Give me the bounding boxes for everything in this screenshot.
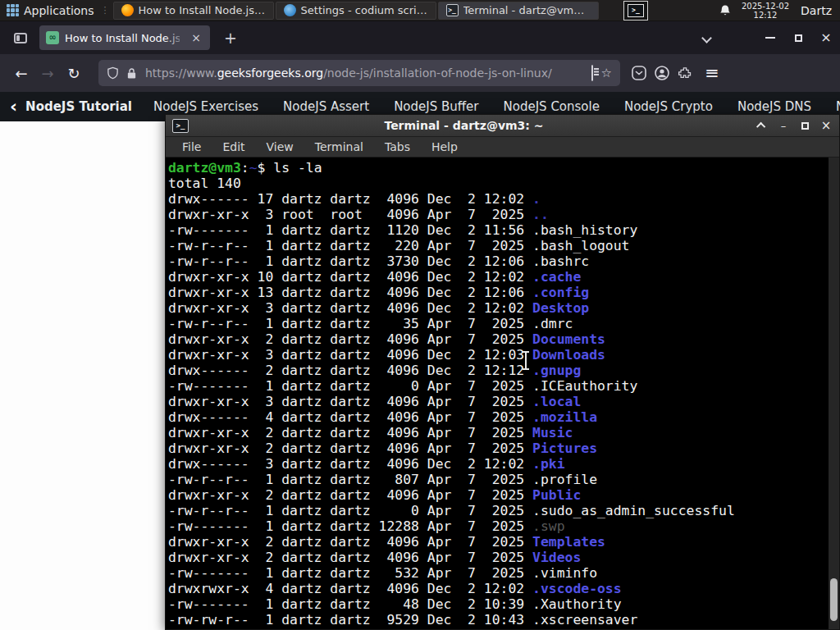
terminal-window: >_ Terminal - dartz@vm3: ~ – × FileEditV… — [165, 114, 840, 630]
terminal-output-line: drwxr-xr-x 2 dartz dartz 4096 Apr 7 2025… — [168, 425, 838, 441]
tracking-shield-icon[interactable] — [107, 66, 119, 80]
subnav-scroll-left[interactable]: ‹ — [10, 96, 17, 116]
panel-clock[interactable]: 2025-12-02 12:12 — [742, 2, 789, 20]
terminal-close-button[interactable]: × — [819, 119, 833, 132]
terminal-output-line: drwxr-xr-x 3 dartz dartz 4096 Dec 2 12:0… — [168, 300, 838, 316]
terminal-minimize-button[interactable]: – — [777, 119, 790, 132]
mouse-cursor-ibeam — [522, 351, 530, 370]
chevron-up-icon — [756, 122, 765, 131]
user-menu[interactable]: Dartz — [801, 4, 832, 17]
terminal-output-line: -rw------- 1 dartz dartz 48 Dec 2 10:39 … — [168, 596, 838, 612]
terminal-output-line: drwxr-xr-x 3 dartz dartz 4096 Apr 7 2025… — [168, 394, 838, 409]
extensions-puzzle-button[interactable] — [676, 64, 694, 82]
terminal-output-line: drwxrwxr-x 4 dartz dartz 4096 Dec 2 12:0… — [168, 581, 838, 596]
terminal-output-line: drwxr-xr-x 3 dartz dartz 4096 Dec 2 12:0… — [168, 347, 838, 363]
browser-tab[interactable]: ∞ How to Install Node.js on × — [39, 25, 210, 50]
url-path: /node-js/installation-of-node-js-on-linu… — [323, 66, 552, 80]
terminal-content[interactable]: dartz@vm3:~$ ls -latotal 140drwx------ 1… — [166, 158, 839, 629]
terminal-menu-tabs[interactable]: Tabs — [385, 140, 410, 153]
terminal-titlebar[interactable]: >_ Terminal - dartz@vm3: ~ – × — [166, 115, 839, 137]
app-menu-button[interactable]: ≡ — [699, 60, 725, 86]
terminal-output-line: -rw-r--r-- 1 dartz dartz 807 Apr 7 2025 … — [168, 472, 838, 487]
terminal-output-line: drwxr-xr-x 2 dartz dartz 4096 Apr 7 2025… — [168, 441, 838, 456]
subnav-link[interactable]: NodeJS Buffer — [394, 99, 478, 114]
subnav-link[interactable]: NodeJS DNS — [737, 99, 811, 114]
taskbar: How to Install Node.js o...Settings - co… — [112, 2, 600, 20]
pocket-button[interactable] — [630, 64, 648, 82]
terminal-menu-help[interactable]: Help — [431, 140, 458, 153]
taskbar-button-terminal[interactable]: >_Terminal - dartz@vm3: ~ — [438, 2, 599, 20]
maximize-icon — [795, 34, 802, 42]
site-favicon: ∞ — [46, 31, 59, 44]
minimize-icon — [765, 37, 775, 39]
terminal-output-line: drwx------ 4 dartz dartz 4096 Apr 7 2025… — [168, 409, 838, 425]
subnav-link[interactable]: NodeJS Console — [504, 99, 600, 114]
tray-terminal-icon[interactable]: >_ — [623, 1, 648, 21]
terminal-output: dartz@vm3:~$ ls -latotal 140drwx------ 1… — [166, 158, 839, 628]
terminal-output-line: drwxr-xr-x 2 dartz dartz 4096 Apr 7 2025… — [168, 550, 838, 565]
bookmark-star-button[interactable]: ☆ — [601, 66, 612, 80]
tab-bar: ∞ How to Install Node.js on × + × — [0, 21, 840, 54]
firefox-view-button[interactable] — [8, 27, 33, 48]
url-bar[interactable]: https://www.geeksforgeeks.org/node-js/in… — [98, 60, 620, 86]
reader-mode-icon — [591, 65, 593, 81]
taskbar-button-firefox[interactable]: How to Install Node.js o... — [113, 2, 274, 20]
terminal-title: Terminal - dartz@vm3: ~ — [172, 119, 756, 132]
terminal-output-line: drwx------ 3 dartz dartz 4096 Dec 2 12:0… — [168, 456, 838, 472]
tab-close-button[interactable]: × — [189, 31, 203, 44]
taskbar-button-label: Settings - codium script... — [301, 4, 428, 16]
list-all-tabs-button[interactable] — [692, 25, 720, 50]
back-button[interactable]: ← — [8, 60, 34, 86]
applications-menu-button[interactable]: Applications — [0, 0, 101, 21]
terminal-output-line: drwxr-xr-x 2 dartz dartz 4096 Apr 7 2025… — [168, 331, 838, 347]
terminal-output-line: total 140 — [168, 176, 838, 191]
terminal-icon: >_ — [446, 4, 459, 16]
terminal-output-line: drwxr-xr-x 2 dartz dartz 4096 Apr 7 2025… — [168, 534, 838, 550]
terminal-maximize-button[interactable] — [798, 119, 811, 132]
terminal-output-line: -rw------- 1 dartz dartz 532 Apr 7 2025 … — [168, 565, 838, 581]
reader-mode-button[interactable] — [591, 66, 593, 80]
terminal-scrollbar[interactable] — [829, 158, 839, 629]
terminal-output-line: drwx------ 17 dartz dartz 4096 Dec 2 12:… — [168, 191, 838, 207]
terminal-output-line: -rw-rw-r-- 1 dartz dartz 9529 Dec 2 10:4… — [168, 612, 838, 628]
subnav-link-truncated[interactable]: Node — [836, 99, 840, 114]
applications-icon — [7, 4, 19, 16]
navigation-toolbar: ← → ↻ https://www.geeksforgeeks.org/node… — [0, 54, 840, 92]
terminal-output-line: -rw------- 1 dartz dartz 1120 Dec 2 11:5… — [168, 222, 838, 238]
top-panel: Applications ⋮ How to Install Node.js o.… — [0, 0, 840, 21]
window-minimize-button[interactable] — [756, 25, 784, 50]
terminal-menu-terminal[interactable]: Terminal — [315, 140, 363, 153]
reload-button[interactable]: ↻ — [61, 60, 87, 86]
subnav-link[interactable]: NodeJS Crypto — [624, 99, 713, 114]
terminal-output-line: -rw-r--r-- 1 dartz dartz 3730 Dec 2 12:0… — [168, 253, 838, 269]
terminal-output-line: drwxr-xr-x 3 root root 4096 Apr 7 2025 .… — [168, 207, 838, 222]
maximize-icon — [801, 122, 809, 130]
terminal-menu-view[interactable]: View — [267, 140, 294, 153]
applications-label: Applications — [24, 4, 94, 17]
taskbar-button-codium[interactable]: Settings - codium script... — [276, 2, 436, 20]
subnav-link[interactable]: NodeJS Assert — [283, 99, 369, 114]
window-maximize-button[interactable] — [784, 25, 812, 50]
tab-title: How to Install Node.js on — [65, 32, 180, 44]
lock-icon[interactable] — [126, 67, 137, 80]
terminal-menu-file[interactable]: File — [182, 140, 201, 153]
terminal-menubar: FileEditViewTerminalTabsHelp — [166, 137, 839, 158]
notification-bell-icon[interactable] — [719, 4, 732, 17]
window-close-button[interactable]: × — [812, 25, 840, 50]
terminal-scrollbar-thumb[interactable] — [830, 578, 838, 621]
account-button[interactable] — [653, 64, 671, 82]
new-tab-button[interactable]: + — [220, 29, 241, 47]
clock-time: 12:12 — [742, 11, 789, 20]
terminal-output-line: -rw------- 1 dartz dartz 12288 Apr 7 202… — [168, 518, 838, 534]
desktop: Applications ⋮ How to Install Node.js o.… — [0, 0, 840, 630]
clock-date: 2025-12-02 — [742, 2, 789, 11]
terminal-shade-button[interactable] — [756, 119, 769, 132]
terminal-menu-edit[interactable]: Edit — [222, 140, 244, 153]
subnav-link[interactable]: NodeJS Exercises — [153, 99, 258, 114]
firefox-icon — [121, 4, 134, 16]
subnav-primary-link[interactable]: NodeJS Tutorial — [25, 99, 132, 114]
url-domain: geeksforgeeks.org — [217, 66, 323, 80]
terminal-output-line: -rw------- 1 dartz dartz 0 Apr 7 2025 .I… — [168, 378, 838, 394]
taskbar-button-label: Terminal - dartz@vm3: ~ — [463, 4, 591, 16]
firefox-view-icon — [14, 33, 27, 43]
